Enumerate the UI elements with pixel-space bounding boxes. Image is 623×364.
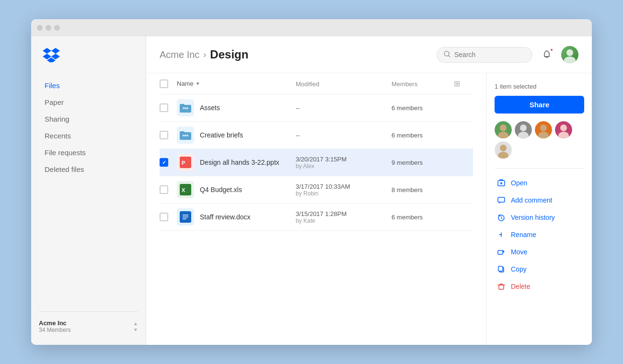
search-box[interactable] [437, 47, 532, 63]
row-name-col: Assets [177, 99, 296, 116]
file-name: Design all hands 3-22.pptx [200, 159, 279, 166]
table-row[interactable]: Creative briefs -- 6 members [160, 122, 473, 149]
file-members: 8 members [392, 186, 423, 193]
sidebar-item-deleted-files[interactable]: Deleted files [39, 161, 138, 177]
org-members: 34 Members [39, 327, 71, 333]
svg-point-12 [185, 135, 186, 136]
header-actions-col: ⊞ [454, 79, 473, 88]
divider [495, 168, 584, 169]
table-row[interactable]: X Q4 Budget.xls 3/17/2017 10:33AM by Rob… [160, 176, 473, 204]
svg-text:X: X [182, 187, 185, 193]
avatar-image [561, 46, 578, 63]
file-area: Name ▼ Modified Members ⊞ [146, 73, 592, 345]
row-checkbox-col [160, 213, 177, 221]
sidebar-item-sharing[interactable]: Sharing [39, 111, 138, 127]
delete-icon [496, 282, 506, 291]
row-name-col: Creative briefs [177, 126, 296, 144]
sidebar-item-recents[interactable]: Recents [39, 128, 138, 144]
member-avatar-1 [515, 121, 532, 138]
sort-arrow-icon: ▼ [196, 81, 200, 86]
action-copy-label: Copy [511, 265, 527, 273]
maximize-button[interactable] [54, 25, 60, 31]
history-icon [496, 213, 506, 222]
svg-point-3 [564, 57, 576, 63]
member-avatar-0 [495, 121, 512, 138]
modified-column-label: Modified [296, 80, 319, 88]
header-right [437, 46, 578, 63]
svg-point-6 [183, 107, 185, 109]
close-button[interactable] [37, 25, 43, 31]
svg-rect-43 [498, 266, 503, 271]
svg-point-8 [186, 107, 188, 109]
table-header: Name ▼ Modified Members ⊞ [160, 73, 473, 94]
file-icon: P [177, 154, 194, 171]
row-modified-col: -- [296, 104, 392, 112]
row-checkbox[interactable] [160, 158, 168, 167]
user-avatar[interactable] [561, 46, 578, 63]
header-modified-col: Modified [296, 80, 392, 88]
action-move[interactable]: Move [495, 243, 584, 261]
titlebar [31, 19, 592, 36]
notifications-button[interactable] [538, 46, 555, 63]
share-button[interactable]: Share [495, 96, 584, 114]
row-checkbox[interactable] [160, 213, 168, 221]
action-version-history[interactable]: Version history [495, 209, 584, 226]
breadcrumb: Acme Inc › Design [160, 48, 248, 61]
table-row[interactable]: Assets -- 6 members [160, 94, 473, 122]
view-toggle-icon[interactable]: ⊞ [454, 80, 460, 88]
row-checkbox[interactable] [160, 103, 168, 112]
rename-icon [496, 230, 506, 239]
dropbox-logo [39, 48, 138, 64]
org-info: Acme Inc 34 Members [39, 319, 71, 333]
action-add-comment[interactable]: Add comment [495, 192, 584, 209]
header-name-col: Name ▼ [177, 80, 296, 87]
row-name-col: X Q4 Budget.xls [177, 181, 296, 198]
svg-rect-44 [499, 285, 504, 289]
action-copy[interactable]: Copy [495, 261, 584, 278]
file-icon [177, 208, 194, 226]
svg-rect-41 [498, 250, 503, 254]
file-name: Staff review.docx [200, 213, 251, 221]
table-row[interactable]: P Design all hands 3-22.pptx 3/20/2017 3… [160, 149, 473, 176]
breadcrumb-parent[interactable]: Acme Inc [160, 49, 199, 60]
name-sort-button[interactable]: Name ▼ [177, 80, 296, 87]
svg-rect-5 [180, 104, 185, 106]
action-open[interactable]: Open [495, 174, 584, 192]
file-modified-by: by Robin [296, 190, 392, 197]
expand-collapse-icon[interactable]: ▲ ▼ [133, 321, 138, 332]
sidebar-item-file-requests[interactable]: File requests [39, 145, 138, 160]
member-avatars [495, 121, 584, 159]
row-members-col: 6 members [392, 103, 454, 112]
row-checkbox[interactable] [160, 185, 168, 194]
sidebar-item-paper[interactable]: Paper [39, 94, 138, 110]
search-input[interactable] [454, 51, 525, 58]
traffic-lights [37, 25, 60, 31]
row-checkbox[interactable] [160, 131, 168, 139]
minimize-button[interactable] [46, 25, 51, 31]
action-delete[interactable]: Delete [495, 278, 584, 295]
move-icon [496, 247, 506, 257]
main-header: Acme Inc › Design [146, 36, 592, 73]
file-modified-by: by Kate [296, 217, 392, 224]
file-modified: 3/15/2017 1:28PM [296, 210, 392, 217]
file-modified: 3/20/2017 3:15PM [296, 156, 392, 163]
table-row[interactable]: Staff review.docx 3/15/2017 1:28PM by Ka… [160, 204, 473, 231]
breadcrumb-current: Design [210, 48, 248, 61]
row-modified-col: 3/20/2017 3:15PM by Alex [296, 156, 392, 170]
file-name: Assets [200, 104, 220, 112]
file-members: 6 members [392, 214, 423, 221]
sidebar-footer: Acme Inc 34 Members ▲ ▼ [39, 311, 138, 333]
select-all-checkbox[interactable] [160, 80, 168, 88]
svg-line-1 [449, 56, 450, 57]
dropbox-logo-icon [43, 48, 60, 62]
row-members-col: 6 members [392, 131, 454, 139]
action-delete-label: Delete [511, 283, 530, 290]
action-rename[interactable]: Rename [495, 226, 584, 243]
svg-point-23 [500, 125, 507, 131]
sidebar-item-files[interactable]: Files [39, 78, 138, 93]
file-name: Creative briefs [200, 131, 243, 139]
action-add-comment-label: Add comment [511, 196, 552, 204]
sidebar: FilesPaperSharingRecentsFile requestsDel… [31, 36, 146, 345]
right-panel: 1 item selected Share OpenAdd commentVer… [486, 73, 592, 345]
header-members-col: Members [392, 80, 454, 88]
